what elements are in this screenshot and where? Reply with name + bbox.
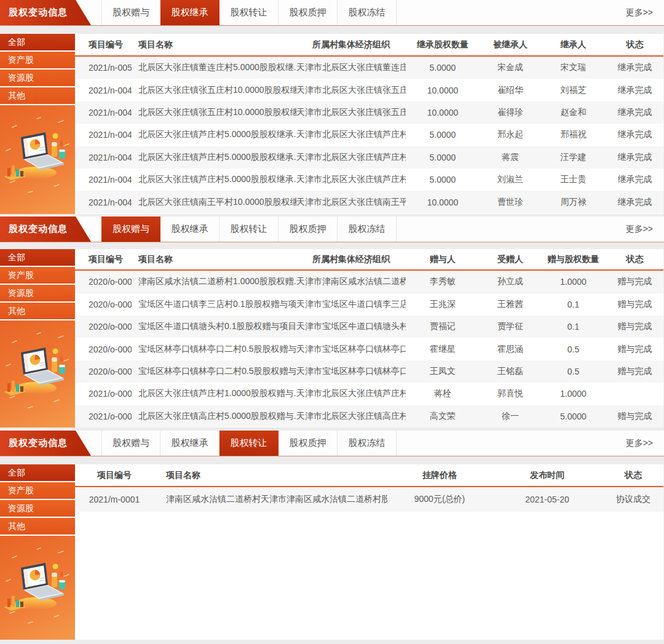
- table-cell: 天津市北辰区大张庄镇芦庄村股份...: [296, 129, 406, 140]
- column-header: 继承股权数量: [406, 39, 480, 50]
- sidebar-item-3[interactable]: 资源股: [0, 285, 75, 303]
- sidebar-item-2[interactable]: 资产股: [0, 52, 75, 70]
- transfer-table: 项目编号项目名称挂牌价格发布时间状态 2021/m-0001津南区咸水沽镇二道桥…: [75, 464, 664, 640]
- table-cell: 继承完成: [606, 85, 664, 96]
- table-row[interactable]: 2021/n-0043北辰区大张庄镇南王平村10.0000股股权继...天津市北…: [75, 191, 663, 213]
- table-cell: 北辰区大张庄镇芦庄村5.0000股股权继承...: [132, 152, 296, 163]
- tab-1[interactable]: 股权赠与: [101, 0, 160, 25]
- table-cell: 赵金和: [541, 107, 606, 118]
- table-cell: 0.1: [541, 322, 606, 332]
- category-sidebar: 全部资产股资源股其他: [0, 249, 75, 427]
- tab-2[interactable]: 股权继承: [160, 0, 219, 25]
- table-body: 2021/n-0051北辰区大张庄镇董连庄村5.0000股股权继...天津市北辰…: [75, 57, 663, 213]
- tab-5[interactable]: 股权冻结: [338, 217, 397, 242]
- table-row[interactable]: 2021/n-0051北辰区大张庄镇董连庄村5.0000股股权继...天津市北辰…: [75, 57, 663, 79]
- tab-5[interactable]: 股权冻结: [338, 0, 397, 25]
- table-cell: 王兆深: [406, 299, 480, 310]
- column-header: 项目编号: [75, 470, 154, 481]
- table-cell: 曹世珍: [480, 197, 541, 208]
- table-cell: 蒋栓: [406, 388, 480, 399]
- sidebar-item-1[interactable]: 全部: [0, 464, 75, 482]
- section-header: 股权变动信息 股权赠与股权继承股权转让股权质押股权冻结 更多>>: [0, 0, 664, 26]
- column-header: 状态: [606, 254, 664, 265]
- tab-5[interactable]: 股权冻结: [338, 431, 397, 456]
- tab-bar: 股权赠与股权继承股权转让股权质押股权冻结: [101, 431, 397, 456]
- column-header: 赠与股权数量: [541, 254, 606, 265]
- table-body: 2020/o-0005津南区咸水沽镇二道桥村1.0000股股权赠...天津市津南…: [75, 271, 663, 427]
- table-row[interactable]: 2020/o-0004宝坻区牛道口镇李三店村0.1股股权赠与项目天津市宝坻区牛道…: [75, 293, 663, 316]
- tab-3[interactable]: 股权转让: [219, 0, 279, 25]
- sidebar-list: 全部资产股资源股其他: [0, 249, 75, 320]
- section-header: 股权变动信息 股权赠与股权继承股权转让股权质押股权冻结 更多>>: [0, 431, 664, 456]
- table-cell: 0.1: [541, 300, 606, 309]
- tab-3[interactable]: 股权转让: [219, 217, 279, 242]
- table-row[interactable]: 2021/m-0001津南区咸水沽镇二道桥村天津市津南区咸水沽镇二道桥村股份经.…: [75, 487, 663, 512]
- table-cell: 2020/o-0001: [75, 367, 132, 376]
- column-header: 受赠人: [480, 254, 541, 265]
- table-row[interactable]: 2021/n-0049北辰区大张庄镇张五庄村10.0000股股权继...天津市北…: [75, 79, 663, 101]
- table-cell: 宋金成: [480, 62, 541, 73]
- table-cell: 2021/n-0044: [75, 175, 132, 185]
- table-row[interactable]: 2021/n-0047北辰区大张庄镇张五庄村10.0000股股权继...天津市北…: [75, 101, 663, 124]
- more-link[interactable]: 更多>>: [626, 431, 664, 456]
- table-header-row: 项目编号项目名称所属村集体经济组织继承股权数量被继承人继承人状态: [75, 34, 663, 57]
- tab-1[interactable]: 股权赠与: [101, 431, 160, 456]
- column-header: 挂牌价格: [387, 470, 492, 481]
- sidebar-item-2[interactable]: 资产股: [0, 482, 75, 500]
- table-cell: 5.0000: [406, 130, 480, 140]
- column-header: 项目编号: [75, 39, 132, 50]
- more-link[interactable]: 更多>>: [626, 217, 664, 242]
- tab-bar: 股权赠与股权继承股权转让股权质押股权冻结: [101, 217, 397, 242]
- section-transfer: 全部资产股资源股其他: [0, 464, 664, 640]
- sidebar-item-3[interactable]: 资源股: [0, 500, 75, 518]
- tab-1[interactable]: 股权赠与: [101, 217, 160, 242]
- table-cell: 宝坻区林亭口镇林亭口二村0.5股股权赠与...: [132, 344, 296, 355]
- table-cell: 北辰区大张庄镇芦庄村1.0000股股权赠与...: [132, 388, 296, 399]
- tab-2[interactable]: 股权继承: [160, 431, 219, 456]
- table-row[interactable]: 2020/o-0002宝坻区林亭口镇林亭口二村0.5股股权赠与...天津市宝坻区…: [75, 338, 663, 360]
- section-inheritance: 全部资产股资源股其他: [0, 34, 664, 214]
- sidebar-item-1[interactable]: 全部: [0, 34, 75, 52]
- table-cell: 5.0000: [406, 63, 480, 73]
- table-cell: 徐一: [480, 411, 541, 422]
- table-cell: 宝坻区林亭口镇林亭口二村0.5股股权赠与...: [132, 366, 296, 377]
- table-cell: 5.0000: [406, 175, 480, 185]
- table-row[interactable]: 2021/o-0006北辰区大张庄镇高庄村5.0000股股权赠与...天津市北辰…: [75, 405, 663, 427]
- sidebar-item-3[interactable]: 资源股: [0, 70, 75, 87]
- gift-table: 项目编号项目名称所属村集体经济组织赠与人受赠人赠与股权数量状态 2020/o-0…: [75, 249, 664, 427]
- table-cell: 2021/n-0043: [75, 197, 132, 207]
- column-header: 状态: [603, 470, 664, 481]
- category-sidebar: 全部资产股资源股其他: [0, 34, 75, 214]
- analytics-illustration: [0, 320, 75, 427]
- more-link[interactable]: 更多>>: [626, 0, 664, 25]
- table-cell: 崔绍华: [480, 85, 541, 96]
- table-cell: 北辰区大张庄镇董连庄村5.0000股股权继...: [132, 62, 296, 73]
- table-cell: 天津市北辰区大张庄镇芦庄村股份...: [296, 174, 406, 185]
- table-cell: 赠与完成: [606, 299, 664, 310]
- table-row[interactable]: 2020/o-0005津南区咸水沽镇二道桥村1.0000股股权赠...天津市津南…: [75, 271, 663, 293]
- column-header: 项目名称: [154, 470, 387, 481]
- table-row[interactable]: 2021/n-0045北辰区大张庄镇芦庄村5.0000股股权继承...天津市北辰…: [75, 146, 663, 169]
- table-cell: 邢永起: [480, 129, 541, 140]
- table-cell: 2021/n-0051: [75, 63, 132, 73]
- section-title-flag: 股权变动信息: [0, 431, 91, 456]
- sidebar-item-4[interactable]: 其他: [0, 518, 75, 536]
- table-cell: 2020/o-0003: [75, 322, 132, 332]
- tab-2[interactable]: 股权继承: [160, 217, 219, 242]
- table-row[interactable]: 2020/o-0001宝坻区林亭口镇林亭口二村0.5股股权赠与...天津市宝坻区…: [75, 360, 663, 383]
- table-cell: 2021/o-0006: [75, 411, 132, 421]
- table-row[interactable]: 2021/o-0007北辰区大张庄镇芦庄村1.0000股股权赠与...天津市北辰…: [75, 383, 663, 405]
- sidebar-item-2[interactable]: 资产股: [0, 267, 75, 285]
- sidebar-item-4[interactable]: 其他: [0, 303, 75, 320]
- table-row[interactable]: 2021/n-0046北辰区大张庄镇芦庄村5.0000股股权继承...天津市北辰…: [75, 124, 663, 146]
- tab-3[interactable]: 股权转让: [219, 431, 279, 456]
- table-cell: 2021/n-0047: [75, 108, 132, 117]
- tab-4[interactable]: 股权质押: [279, 431, 338, 456]
- tab-4[interactable]: 股权质押: [279, 0, 338, 25]
- table-row[interactable]: 2021/n-0044北辰区大张庄镇芦庄村5.0000股股权继承...天津市北辰…: [75, 169, 663, 191]
- sidebar-item-1[interactable]: 全部: [0, 249, 75, 267]
- tab-4[interactable]: 股权质押: [279, 217, 338, 242]
- table-row[interactable]: 2020/o-0003宝坻区牛道口镇塘头村0.1股股权赠与项目天津市宝坻区牛道口…: [75, 316, 663, 338]
- sidebar-item-4[interactable]: 其他: [0, 87, 75, 105]
- table-cell: 崔得珍: [480, 107, 541, 118]
